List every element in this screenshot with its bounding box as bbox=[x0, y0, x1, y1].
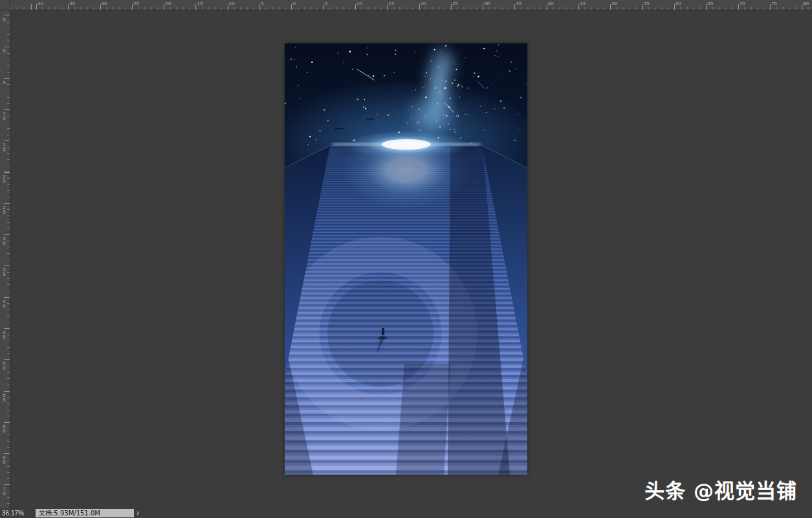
h-ruler-label: 60 bbox=[675, 1, 681, 6]
v-ruler-label: 15 bbox=[1, 142, 7, 151]
pasteboard[interactable] bbox=[10, 10, 812, 518]
h-ruler-label: 35 bbox=[516, 1, 522, 6]
v-ruler-label: 5 bbox=[1, 17, 7, 21]
zoom-level-field[interactable]: 36.17% bbox=[2, 510, 24, 517]
h-ruler-label: 80 bbox=[803, 1, 809, 6]
h-ruler-label: 25 bbox=[452, 1, 458, 6]
h-ruler-label: 40 bbox=[38, 1, 43, 6]
h-ruler-label: 5 bbox=[325, 1, 327, 6]
h-ruler-label: 70 bbox=[740, 1, 745, 6]
h-ruler-label: 10 bbox=[357, 1, 362, 6]
h-ruler-label: 40 bbox=[548, 1, 554, 6]
v-ruler-label: 65 bbox=[1, 455, 7, 464]
h-ruler-label: 30 bbox=[102, 1, 107, 6]
status-flyout-chevron-icon[interactable]: › bbox=[137, 509, 139, 517]
v-ruler-label: 40 bbox=[1, 298, 7, 308]
document-size-info[interactable]: 文档:5.93M/151.0M bbox=[36, 509, 134, 517]
v-ruler-label: 35 bbox=[1, 267, 7, 276]
watermark: 头条 @视觉当铺 bbox=[644, 475, 797, 504]
h-ruler-label: 20 bbox=[421, 1, 426, 6]
v-ruler-label: 0 bbox=[1, 48, 7, 52]
h-ruler-label: 45 bbox=[580, 1, 586, 6]
h-ruler-label: 0 bbox=[292, 1, 295, 6]
horizontal-ruler[interactable]: 4035302520151050510152025303540455055606… bbox=[10, 0, 812, 10]
v-ruler-label: 50 bbox=[1, 361, 7, 370]
h-ruler-label: 25 bbox=[133, 1, 139, 6]
status-bar: 36.17% 文档:5.93M/151.0M › bbox=[0, 508, 812, 518]
v-ruler-label: 60 bbox=[1, 423, 7, 433]
h-ruler-label: 30 bbox=[484, 1, 490, 6]
v-ruler-label: 10 bbox=[1, 111, 7, 120]
v-ruler-label: 45 bbox=[1, 330, 7, 339]
document-canvas[interactable] bbox=[285, 43, 527, 475]
ruler-corner[interactable] bbox=[0, 0, 10, 10]
h-ruler-label: 50 bbox=[611, 1, 617, 6]
artwork-image bbox=[285, 43, 527, 475]
h-ruler-label: 10 bbox=[229, 1, 235, 6]
h-ruler-label: 65 bbox=[707, 1, 713, 6]
photoshop-workspace: 4035302520151050510152025303540455055606… bbox=[0, 0, 812, 518]
h-ruler-label: 55 bbox=[644, 1, 650, 6]
h-ruler-label: 20 bbox=[165, 1, 171, 6]
h-ruler-label: 35 bbox=[69, 1, 75, 6]
v-ruler-label: 5 bbox=[1, 80, 7, 84]
v-ruler-label: 30 bbox=[1, 236, 7, 245]
v-ruler-label: 25 bbox=[1, 205, 7, 214]
vertical-ruler[interactable]: 50510152025303540455055606570 bbox=[0, 10, 10, 518]
v-ruler-label: 55 bbox=[1, 392, 7, 401]
h-ruler-label: 5 bbox=[261, 1, 263, 6]
h-ruler-label: 15 bbox=[197, 1, 203, 6]
v-ruler-label: 70 bbox=[1, 486, 7, 495]
v-ruler-label: 20 bbox=[1, 174, 7, 183]
h-ruler-label: 15 bbox=[388, 1, 394, 6]
h-ruler-label: 75 bbox=[771, 1, 777, 6]
